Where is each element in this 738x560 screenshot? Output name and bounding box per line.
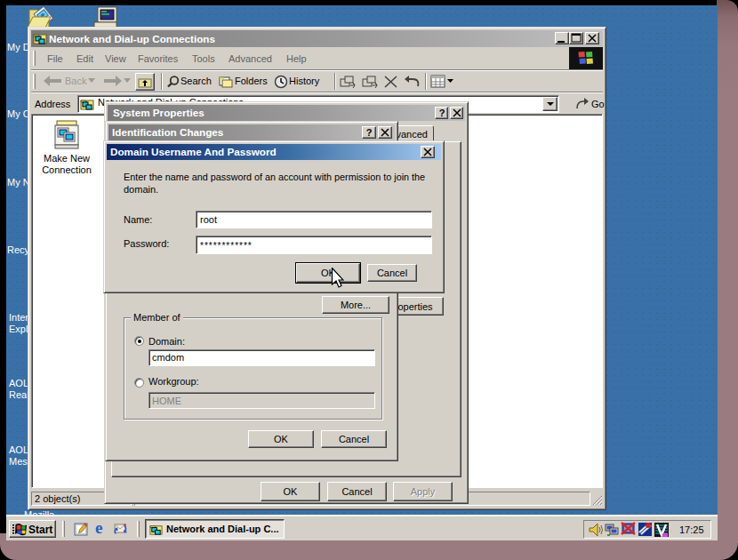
svg-text:?: ? — [439, 108, 445, 118]
svg-text:?: ? — [366, 127, 373, 138]
